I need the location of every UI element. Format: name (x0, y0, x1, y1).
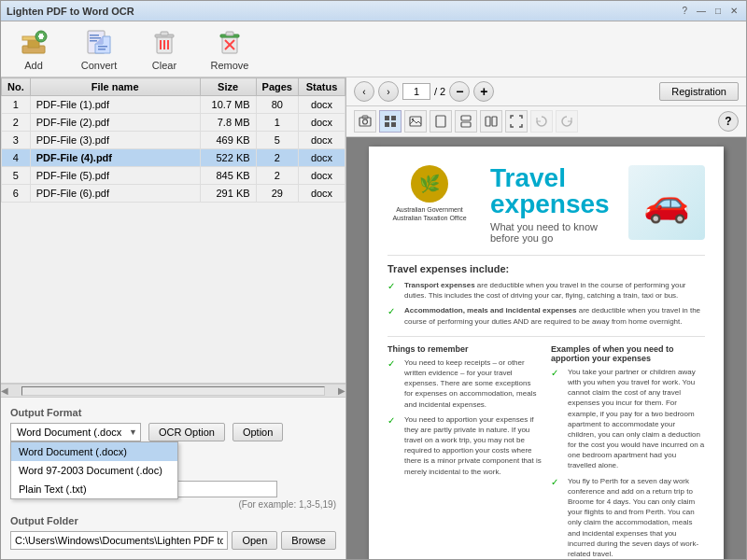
snapshot-tool[interactable] (354, 110, 376, 133)
format-row: Word Document (.docx)Word 97-2003 Docume… (10, 423, 336, 441)
remove-icon (215, 27, 245, 57)
cell-pages: 5 (256, 132, 298, 149)
check-icon-2: ✓ (388, 305, 399, 326)
ocr-option-button[interactable]: OCR Option (148, 423, 225, 441)
table-row[interactable]: 5 PDF-File (5).pdf 845 KB 2 docx (2, 167, 345, 185)
cell-no: 4 (2, 149, 31, 167)
travel-item-2-text: Accommodation, meals and incidental expe… (404, 305, 705, 326)
cell-size: 291 KB (200, 185, 256, 203)
check-icon-4: ✓ (388, 414, 399, 477)
remove-button[interactable]: Remove (206, 27, 253, 71)
cell-size: 7.8 MB (200, 114, 256, 132)
svg-rect-22 (226, 32, 233, 35)
car-illustration: 🚗 (628, 165, 705, 240)
pdf-preview: 🌿 Australian Government Australian Taxat… (346, 137, 746, 559)
output-folder-label: Output Folder (10, 515, 336, 526)
add-icon (19, 27, 49, 57)
browse-button[interactable]: Browse (281, 531, 336, 550)
scroll-left-btn[interactable]: ◀ (1, 385, 8, 396)
grid-view-tool[interactable] (379, 110, 402, 133)
image-tool[interactable] (404, 110, 427, 133)
cell-pages: 29 (256, 185, 298, 203)
open-button[interactable]: Open (232, 531, 277, 550)
cell-size: 469 KB (200, 132, 256, 149)
prev-page-button[interactable]: ‹ (354, 81, 374, 102)
pdf-page: 🌿 Australian Government Australian Taxat… (369, 147, 724, 559)
minimize-btn[interactable]: — (694, 6, 709, 16)
cell-no: 6 (2, 185, 31, 203)
cell-pages: 80 (256, 96, 298, 114)
svg-rect-13 (98, 49, 106, 50)
remember-item-1: ✓ You need to keep receipts – or other w… (388, 357, 542, 410)
left-panel: No. File name Size Pages Status 1 PDF-Fi… (1, 77, 346, 559)
add-label: Add (24, 60, 43, 71)
remember-item-2-text: You need to apportion your expenses if t… (404, 414, 542, 477)
gov-name: Australian Government Australian Taxatio… (392, 205, 466, 222)
col-size: Size (200, 78, 256, 96)
dropdown-open-menu: Word Document (.docx)Word 97-2003 Docume… (10, 441, 178, 499)
cell-status: docx (299, 96, 345, 114)
page-number-input[interactable] (402, 83, 430, 100)
table-row[interactable]: 4 PDF-File (4).pdf 522 KB 2 docx (2, 149, 345, 167)
example-item-1-text: You take your partner or children away w… (568, 367, 705, 471)
col-filename: File name (30, 78, 200, 96)
cell-size: 10.7 MB (200, 96, 256, 114)
h-scrollbar[interactable]: ◀ ▶ (1, 384, 345, 397)
table-row[interactable]: 2 PDF-File (2).pdf 7.8 MB 1 docx (2, 114, 345, 132)
cell-filename: PDF-File (3).pdf (30, 132, 200, 149)
maximize-btn[interactable]: □ (712, 6, 724, 16)
pdf-main-title: Travel expenses (490, 165, 610, 217)
scroll-track[interactable] (21, 386, 325, 396)
scroll-right-btn[interactable]: ▶ (338, 385, 345, 396)
example-item-1: ✓ You take your partner or children away… (551, 367, 705, 471)
folder-path-input[interactable] (10, 531, 228, 550)
svg-rect-35 (461, 116, 471, 120)
single-page-tool[interactable] (430, 110, 452, 133)
next-page-button[interactable]: › (378, 81, 399, 102)
facing-pages-tool[interactable] (480, 110, 502, 133)
cell-filename: PDF-File (1).pdf (30, 96, 200, 114)
travel-item-1: ✓ Transport expenses are deductible when… (388, 280, 705, 301)
title-bar: Lighten PDF to Word OCR ? — □ ✕ (1, 1, 746, 21)
svg-rect-7 (90, 35, 99, 36)
registration-button[interactable]: Registration (659, 82, 739, 101)
svg-rect-8 (90, 37, 101, 39)
cell-no: 1 (2, 96, 31, 114)
clear-button[interactable]: Clear (141, 27, 188, 71)
folder-row: Open Browse (10, 531, 336, 550)
cell-no: 3 (2, 132, 31, 149)
close-btn[interactable]: ✕ (727, 6, 740, 16)
convert-button[interactable]: Convert (76, 27, 122, 71)
convert-label: Convert (81, 60, 118, 71)
cell-pages: 2 (256, 149, 298, 167)
help-window-btn[interactable]: ? (679, 6, 690, 16)
continuous-page-tool[interactable] (455, 110, 477, 133)
table-row[interactable]: 6 PDF-File (6).pdf 291 KB 29 docx (2, 185, 345, 203)
dropdown-item[interactable]: Word Document (.docx) (11, 442, 177, 461)
clear-label: Clear (152, 60, 176, 71)
example-item-2: ✓ You fly to Perth for a seven day work … (551, 476, 705, 559)
zoom-in-button[interactable]: + (473, 81, 494, 102)
table-row[interactable]: 3 PDF-File (3).pdf 469 KB 5 docx (2, 132, 345, 149)
example-item-2-text: You fly to Perth for a seven day work co… (568, 476, 705, 559)
dropdown-item[interactable]: Plain Text (.txt) (11, 480, 177, 498)
cell-status: docx (299, 114, 345, 132)
dropdown-item[interactable]: Word 97-2003 Document (.doc) (11, 461, 177, 480)
table-row[interactable]: 1 PDF-File (1).pdf 10.7 MB 80 docx (2, 96, 345, 114)
check-icon-1: ✓ (388, 280, 399, 301)
help-button[interactable]: ? (718, 111, 739, 132)
svg-rect-36 (461, 122, 471, 127)
clear-icon (149, 27, 179, 57)
add-button[interactable]: Add (10, 27, 57, 71)
option-button[interactable]: Option (233, 423, 283, 441)
cell-status: docx (299, 149, 345, 167)
fullscreen-tool[interactable] (505, 110, 528, 133)
cell-filename: PDF-File (4).pdf (30, 149, 200, 167)
rotate-tool[interactable] (530, 110, 553, 133)
example-text: (For example: 1,3-5,19) (10, 499, 336, 510)
rotate-ccw-tool[interactable] (556, 110, 578, 133)
zoom-out-button[interactable]: − (449, 81, 470, 102)
remove-label: Remove (211, 60, 249, 71)
format-dropdown[interactable]: Word Document (.docx)Word 97-2003 Docume… (10, 423, 141, 441)
check-icon-3: ✓ (388, 357, 399, 410)
